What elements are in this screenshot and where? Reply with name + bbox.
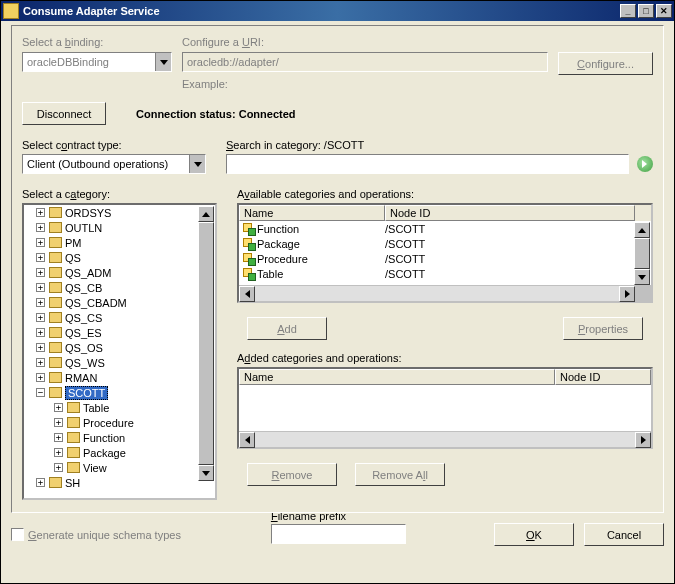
search-input[interactable] <box>226 154 629 174</box>
expander-icon[interactable]: + <box>54 433 63 442</box>
expander-icon[interactable]: + <box>36 343 45 352</box>
remove-all-button[interactable]: Remove All <box>355 463 445 486</box>
folder-icon <box>67 417 80 428</box>
properties-button[interactable]: Properties <box>563 317 643 340</box>
available-list[interactable]: Name Node ID Function/SCOTTPackage/SCOTT… <box>237 203 653 303</box>
expander-icon[interactable]: + <box>36 238 45 247</box>
list-item[interactable]: Procedure/SCOTT <box>239 251 651 266</box>
expander-icon[interactable]: + <box>36 328 45 337</box>
tree-item-label: QS_CBADM <box>65 297 127 309</box>
expander-icon[interactable]: + <box>36 313 45 322</box>
chevron-down-icon[interactable] <box>189 155 205 173</box>
category-tree-label: Select a category: <box>22 188 217 200</box>
scroll-thumb[interactable] <box>634 238 650 269</box>
binding-value: oracleDBBinding <box>23 56 155 68</box>
folder-icon <box>49 327 62 338</box>
expander-icon[interactable]: + <box>36 208 45 217</box>
tree-item[interactable]: +QS_ADM <box>24 265 215 280</box>
col-nodeid[interactable]: Node ID <box>555 369 651 385</box>
tree-item-label: Package <box>83 447 126 459</box>
expander-icon[interactable]: + <box>36 223 45 232</box>
expander-icon[interactable]: + <box>36 358 45 367</box>
filename-prefix-input[interactable] <box>271 524 406 544</box>
expander-icon[interactable]: + <box>36 253 45 262</box>
tree-item[interactable]: +OUTLN <box>24 220 215 235</box>
tree-item[interactable]: +QS <box>24 250 215 265</box>
tree-item[interactable]: +Table <box>24 400 215 415</box>
titlebar[interactable]: Consume Adapter Service _ □ ✕ <box>1 1 674 21</box>
tree-item-label: RMAN <box>65 372 97 384</box>
tree-item[interactable]: −SCOTT <box>24 385 215 400</box>
tree-item[interactable]: +QS_CBADM <box>24 295 215 310</box>
contract-type-dropdown[interactable]: Client (Outbound operations) <box>22 154 206 174</box>
scroll-right-icon[interactable] <box>619 286 635 302</box>
category-tree[interactable]: +ORDSYS+OUTLN+PM+QS+QS_ADM+QS_CB+QS_CBAD… <box>22 203 217 500</box>
expander-icon[interactable]: + <box>36 373 45 382</box>
expander-icon[interactable]: − <box>36 388 45 397</box>
scroll-up-icon[interactable] <box>634 222 650 238</box>
list-item[interactable]: Function/SCOTT <box>239 221 651 236</box>
tree-item[interactable]: +Procedure <box>24 415 215 430</box>
available-label: Available categories and operations: <box>237 188 653 200</box>
tree-item-label: Function <box>83 432 125 444</box>
tree-item[interactable]: +PM <box>24 235 215 250</box>
minimize-icon[interactable]: _ <box>620 4 636 18</box>
expander-icon[interactable]: + <box>36 268 45 277</box>
contract-type-value: Client (Outbound operations) <box>23 158 189 170</box>
folder-icon <box>49 357 62 368</box>
expander-icon[interactable]: + <box>36 283 45 292</box>
scroll-left-icon[interactable] <box>239 286 255 302</box>
tree-item[interactable]: +SH <box>24 475 215 490</box>
folder-icon <box>67 402 80 413</box>
ok-button[interactable]: OK <box>494 523 574 546</box>
uri-box: oracledb://adapter/ <box>182 52 548 72</box>
expander-icon[interactable]: + <box>54 418 63 427</box>
maximize-icon[interactable]: □ <box>638 4 654 18</box>
scroll-right-icon[interactable] <box>635 432 651 448</box>
tree-item[interactable]: +Package <box>24 445 215 460</box>
list-item[interactable]: Table/SCOTT <box>239 266 651 281</box>
close-icon[interactable]: ✕ <box>656 4 672 18</box>
scroll-down-icon[interactable] <box>634 269 650 285</box>
row-name: Function <box>257 223 385 235</box>
tree-item[interactable]: +QS_CB <box>24 280 215 295</box>
tree-item[interactable]: +QS_ES <box>24 325 215 340</box>
tree-item[interactable]: +QS_OS <box>24 340 215 355</box>
scroll-up-icon[interactable] <box>198 206 214 222</box>
scroll-thumb[interactable] <box>198 222 214 465</box>
configure-button[interactable]: Configure... <box>558 52 653 75</box>
go-icon[interactable] <box>637 156 653 172</box>
tree-item-label: Table <box>83 402 109 414</box>
tree-item-label: QS <box>65 252 81 264</box>
category-icon <box>241 252 255 265</box>
disconnect-button[interactable]: Disconnect <box>22 102 106 125</box>
tree-item[interactable]: +Function <box>24 430 215 445</box>
uri-label: Configure a URI: <box>182 36 548 48</box>
expander-icon[interactable]: + <box>36 298 45 307</box>
row-name: Table <box>257 268 385 280</box>
cancel-button[interactable]: Cancel <box>584 523 664 546</box>
col-name[interactable]: Name <box>239 205 385 221</box>
example-label: Example: <box>182 78 548 90</box>
tree-item[interactable]: +QS_WS <box>24 355 215 370</box>
add-button[interactable]: Add <box>247 317 327 340</box>
folder-icon <box>67 432 80 443</box>
col-name[interactable]: Name <box>239 369 555 385</box>
list-item[interactable]: Package/SCOTT <box>239 236 651 251</box>
tree-item[interactable]: +RMAN <box>24 370 215 385</box>
expander-icon[interactable]: + <box>54 448 63 457</box>
expander-icon[interactable]: + <box>54 403 63 412</box>
col-nodeid[interactable]: Node ID <box>385 205 635 221</box>
tree-item[interactable]: +QS_CS <box>24 310 215 325</box>
tree-item[interactable]: +View <box>24 460 215 475</box>
scroll-left-icon[interactable] <box>239 432 255 448</box>
tree-item-label: OUTLN <box>65 222 102 234</box>
tree-item[interactable]: +ORDSYS <box>24 205 215 220</box>
generate-unique-checkbox[interactable] <box>11 528 24 541</box>
expander-icon[interactable]: + <box>54 463 63 472</box>
added-list[interactable]: Name Node ID <box>237 367 653 449</box>
remove-button[interactable]: Remove <box>247 463 337 486</box>
scroll-down-icon[interactable] <box>198 465 214 481</box>
expander-icon[interactable]: + <box>36 478 45 487</box>
connection-status: Connection status: Connected <box>136 108 296 120</box>
